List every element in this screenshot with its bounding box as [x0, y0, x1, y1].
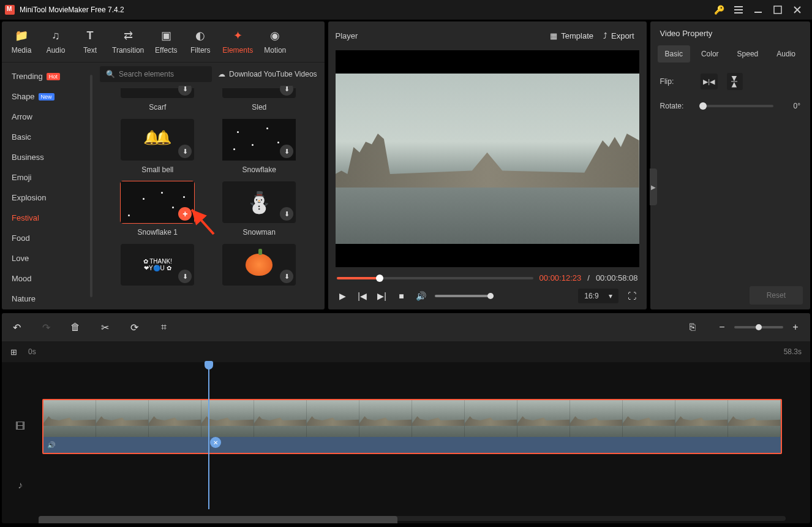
rotate-slider[interactable]	[701, 105, 773, 107]
category-shape[interactable]: ShapeNew	[2, 86, 92, 107]
zoom-in-button[interactable]: +	[789, 322, 802, 333]
panel-collapse-button[interactable]: ▶	[650, 169, 657, 205]
timeline-scrollbar[interactable]	[39, 516, 786, 521]
prop-tab-basic[interactable]: Basic	[658, 45, 690, 63]
category-trending[interactable]: TrendingHot	[2, 66, 92, 86]
music-note-icon: ♫	[51, 28, 60, 44]
transition-icon: ⇄	[124, 28, 133, 44]
fullscreen-button[interactable]: ⛶	[626, 290, 638, 302]
volume-slider[interactable]	[435, 295, 494, 297]
category-mood[interactable]: Mood	[2, 268, 92, 289]
element-card-small-bell[interactable]: ⬇ Small bell	[109, 119, 206, 174]
prop-tab-audio[interactable]: Audio	[769, 45, 803, 63]
element-card-scarf[interactable]: ⬇ Scarf	[109, 88, 206, 112]
tab-motion[interactable]: ◉Motion	[258, 25, 292, 57]
tab-filters[interactable]: ◐Filters	[183, 25, 217, 57]
download-icon[interactable]: ⬇	[178, 270, 192, 283]
template-icon: ▦	[550, 31, 557, 40]
split-marker[interactable]: ✕	[210, 437, 221, 448]
flip-horizontal-button[interactable]: ▶|◀	[701, 74, 718, 89]
element-card-snowflake-1[interactable]: + Snowflake 1	[109, 181, 206, 237]
category-list: TrendingHot ShapeNew Arrow Basic Busines…	[2, 63, 92, 309]
video-track-icon: 🎞	[2, 398, 39, 455]
download-icon[interactable]: ⬇	[178, 86, 192, 96]
text-icon: T	[87, 28, 94, 44]
app-icon	[5, 5, 15, 15]
category-food[interactable]: Food	[2, 228, 92, 248]
category-explosion[interactable]: Explosion	[2, 188, 92, 208]
tab-text[interactable]: TText	[73, 25, 107, 57]
properties-panel: ▶ Video Property Basic Color Speed Audio…	[650, 21, 810, 309]
download-icon[interactable]: ⬇	[178, 145, 192, 158]
zoom-out-button[interactable]: −	[716, 322, 728, 333]
category-arrow[interactable]: Arrow	[2, 107, 92, 127]
split-button[interactable]: ✂	[99, 322, 111, 333]
tab-audio[interactable]: ♫Audio	[39, 25, 73, 57]
tab-effects[interactable]: ▣Effects	[149, 25, 183, 57]
element-card-pumpkin[interactable]: ⬇	[211, 244, 307, 290]
reset-button[interactable]: Reset	[750, 286, 803, 305]
video-clip[interactable]: 🔊	[42, 399, 782, 454]
speed-button[interactable]: ⟳	[128, 322, 140, 333]
element-card-thankyou[interactable]: ✿ THANK!❤Y🔵U ✿⬇	[109, 244, 206, 290]
minimize-button[interactable]	[748, 0, 768, 20]
zoom-slider[interactable]	[734, 326, 783, 328]
crop-button[interactable]: ⌗	[157, 322, 170, 333]
category-basic[interactable]: Basic	[2, 127, 92, 147]
music-track-icon: ♪	[2, 466, 39, 504]
template-button[interactable]: ▦Template	[545, 28, 598, 44]
flip-vertical-button[interactable]: ▶|◀	[727, 73, 743, 90]
mute-button[interactable]: 🔊	[415, 290, 427, 302]
titlebar: MiniTool MovieMaker Free 7.4.2 🔑	[0, 0, 812, 20]
close-button[interactable]	[788, 0, 807, 20]
time-total: 00:00:58:08	[596, 273, 638, 282]
tab-media[interactable]: 📁Media	[4, 25, 39, 57]
element-card-sled[interactable]: ⬇ Sled	[211, 88, 307, 112]
element-card-snowflake[interactable]: ⬇ Snowflake	[211, 119, 307, 174]
timeline-tracks[interactable]: 🎞 🔊 ♪ ✕	[2, 362, 810, 521]
sparkle-icon: ✦	[233, 28, 242, 44]
prop-tab-speed[interactable]: Speed	[730, 45, 766, 63]
redo-button[interactable]: ↷	[40, 322, 52, 333]
maximize-button[interactable]	[768, 0, 788, 20]
rotate-label: Rotate:	[660, 102, 692, 110]
category-nature[interactable]: Nature	[2, 289, 92, 309]
category-business[interactable]: Business	[2, 147, 92, 167]
library-panel: 📁Media ♫Audio TText ⇄Transition ▣Effects…	[2, 21, 325, 309]
search-input[interactable]: 🔍Search elements	[100, 66, 212, 82]
download-youtube-button[interactable]: ☁Download YouTube Videos	[218, 70, 317, 78]
preview-frame	[336, 74, 639, 244]
aspect-ratio-select[interactable]: 16:9▾	[578, 289, 618, 303]
download-icon[interactable]: ⬇	[280, 86, 293, 96]
download-icon[interactable]: ⬇	[280, 207, 293, 221]
stop-button[interactable]: ■	[396, 290, 408, 302]
menu-button[interactable]	[729, 0, 748, 20]
tab-elements[interactable]: ✦Elements	[217, 25, 258, 57]
search-icon: 🔍	[106, 70, 115, 78]
playhead[interactable]	[208, 362, 209, 509]
next-frame-button[interactable]: ▶|	[376, 290, 388, 302]
category-festival[interactable]: Festival	[2, 208, 92, 228]
motion-icon: ◉	[270, 28, 280, 44]
export-button[interactable]: ⤴Export	[598, 28, 639, 44]
folder-icon: 📁	[15, 28, 28, 44]
fit-timeline-button[interactable]: ⎘	[686, 322, 699, 333]
add-track-button[interactable]: ⊞	[10, 347, 17, 357]
timeline: ⊞ 0s 58.3s 🎞 🔊 ♪ ✕	[2, 341, 810, 523]
svg-rect-1	[774, 6, 781, 13]
preview-viewport[interactable]	[336, 50, 639, 267]
tab-transition[interactable]: ⇄Transition	[107, 25, 149, 57]
category-emoji[interactable]: Emoji	[2, 167, 92, 188]
play-button[interactable]: ▶	[337, 290, 349, 302]
filters-icon: ◐	[195, 28, 205, 44]
playback-scrubber[interactable]	[337, 277, 533, 279]
category-love[interactable]: Love	[2, 248, 92, 268]
time-current: 00:00:12:23	[539, 273, 582, 282]
vip-key-button[interactable]: 🔑	[709, 0, 729, 20]
prev-frame-button[interactable]: |◀	[356, 290, 369, 302]
delete-button[interactable]: 🗑	[69, 322, 81, 333]
element-card-snowman[interactable]: ⛄⬇ Snowman	[211, 181, 307, 237]
download-icon[interactable]: ⬇	[280, 270, 293, 283]
prop-tab-color[interactable]: Color	[694, 45, 726, 63]
undo-button[interactable]: ↶	[10, 322, 23, 333]
